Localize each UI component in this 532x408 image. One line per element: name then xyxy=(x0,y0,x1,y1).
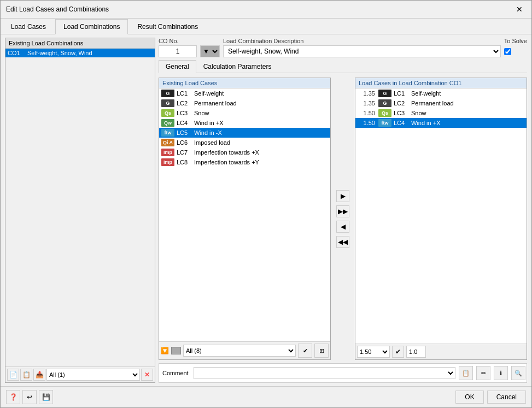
lc-badge: Imp xyxy=(161,158,174,166)
tabs-bar: Load Cases Load Combinations Result Comb… xyxy=(1,19,531,34)
co-no-group: CO No. xyxy=(159,38,197,57)
lc-id: LC2 xyxy=(394,100,409,107)
tab-result-combinations[interactable]: Result Combinations xyxy=(129,19,206,34)
comment-edit-button[interactable]: ✏ xyxy=(476,366,490,380)
lc-id: LC7 xyxy=(177,149,192,156)
comment-info-button[interactable]: ℹ xyxy=(494,366,508,380)
title-bar: Edit Load Cases and Combinations ✕ xyxy=(1,1,531,19)
existing-case-row[interactable]: Qs LC3 Snow xyxy=(159,108,330,118)
existing-case-row[interactable]: Imp LC8 Imperfection towards +Y xyxy=(159,157,330,167)
cancel-button[interactable]: Cancel xyxy=(487,391,526,404)
lc-id: LC6 xyxy=(177,139,192,146)
existing-case-row[interactable]: G LC2 Permanent load xyxy=(159,98,330,108)
comment-label: Comment xyxy=(160,370,190,376)
combo-filter-select[interactable]: All (1) xyxy=(46,369,140,381)
lc-name: Wind in -X xyxy=(194,129,222,136)
lc-badge: G xyxy=(378,99,391,107)
undo-button[interactable]: ↩ xyxy=(22,390,37,404)
to-solve-group: To Solve xyxy=(504,38,527,57)
multiplier-select[interactable]: 1.50 1.35 1.00 0.75 xyxy=(357,346,390,358)
existing-cases-panel: Existing Load Cases G LC1 Self-weight G … xyxy=(159,78,331,360)
factor: 1.35 xyxy=(358,90,375,97)
comment-icon-button[interactable]: 📋 xyxy=(459,366,473,380)
main-content: Existing Load Combinations CO1 Self-weig… xyxy=(1,34,531,386)
arrows-column: ▶ ▶▶ ◀ ◀◀ xyxy=(334,78,352,360)
co-case-row[interactable]: 1.35 G LC2 Permanent load xyxy=(355,98,527,108)
lc-badge: Qs xyxy=(161,109,174,117)
lc-name: Imperfection towards +Y xyxy=(194,159,259,165)
to-solve-checkbox-row xyxy=(504,45,527,57)
co-no-input[interactable] xyxy=(159,45,197,57)
comment-row: Comment 📋 ✏ ℹ 🔍 xyxy=(159,363,527,383)
combo-list: CO1 Self-weight, Snow, Wind xyxy=(5,49,155,366)
inner-tab-general[interactable]: General xyxy=(159,60,196,73)
lc-name: Self-weight xyxy=(194,90,224,97)
lc-id: LC2 xyxy=(177,100,192,107)
lc-badge: ftw xyxy=(378,119,391,127)
save-button[interactable]: 💾 xyxy=(39,390,53,404)
apply-filter-button[interactable]: ✔ xyxy=(298,344,312,358)
combo-row[interactable]: CO1 Self-weight, Snow, Wind xyxy=(5,49,155,57)
combo-desc: Self-weight, Snow, Wind xyxy=(27,50,92,56)
desc-label: Load Combination Description xyxy=(223,38,501,44)
co-cases-header: Load Cases in Load Combination CO1 xyxy=(355,78,527,88)
panels-row: Existing Load Cases G LC1 Self-weight G … xyxy=(159,78,527,360)
desc-select[interactable]: Self-weight, Snow, Wind xyxy=(223,45,501,57)
dialog: Edit Load Cases and Combinations ✕ Load … xyxy=(0,0,532,408)
tab-load-cases[interactable]: Load Cases xyxy=(3,19,54,34)
factor-input[interactable] xyxy=(406,346,426,358)
tab-load-combinations[interactable]: Load Combinations xyxy=(55,19,128,34)
lc-badge: Qi A xyxy=(161,139,174,146)
lc-badge: Qs xyxy=(378,109,391,117)
add-all-button[interactable]: ▶▶ xyxy=(336,205,349,217)
remove-all-button[interactable]: ◀◀ xyxy=(336,236,349,248)
co-case-row[interactable]: 1.50 ftw LC4 Wind in +X xyxy=(355,118,527,128)
comment-select[interactable] xyxy=(194,367,455,379)
all-cases-select[interactable]: All (8) xyxy=(183,345,296,357)
co-case-row[interactable]: 1.50 Qs LC3 Snow xyxy=(355,108,527,118)
ok-button[interactable]: OK xyxy=(455,391,483,404)
apply-multiplier-button[interactable]: ✔ xyxy=(392,346,404,358)
existing-case-row[interactable]: G LC1 Self-weight xyxy=(159,88,330,98)
close-button[interactable]: ✕ xyxy=(513,4,526,15)
combo-id: CO1 xyxy=(8,50,24,56)
existing-case-row[interactable]: ftw LC5 Wind in -X xyxy=(159,128,330,138)
existing-case-row[interactable]: Qw LC4 Wind in +X xyxy=(159,118,330,128)
lc-id: LC5 xyxy=(177,129,192,136)
comment-search-button[interactable]: 🔍 xyxy=(511,366,525,380)
lc-badge: Imp xyxy=(161,149,174,156)
add-combo-button[interactable]: 📄 xyxy=(7,369,19,381)
lc-name: Permanent load xyxy=(411,100,454,107)
existing-case-row[interactable]: Qi A LC6 Imposed load xyxy=(159,138,330,147)
lc-name: Imposed load xyxy=(194,139,230,146)
remove-one-button[interactable]: ◀ xyxy=(336,221,349,233)
footer-left: ❓ ↩ 💾 xyxy=(6,390,53,404)
clear-filter-button[interactable]: ⊞ xyxy=(314,344,329,358)
existing-cases-list: G LC1 Self-weight G LC2 Permanent load xyxy=(159,88,330,341)
import-combo-button[interactable]: 📥 xyxy=(33,369,45,381)
delete-combo-button[interactable]: ✕ xyxy=(141,369,153,381)
co-case-row[interactable]: 1.35 G LC1 Self-weight xyxy=(355,88,527,98)
inner-tab-calc-params[interactable]: Calculation Parameters xyxy=(196,60,279,73)
to-solve-checkbox[interactable] xyxy=(504,48,511,55)
add-one-button[interactable]: ▶ xyxy=(336,190,349,202)
existing-case-row[interactable]: Imp LC7 Imperfection towards +X xyxy=(159,147,330,157)
help-button[interactable]: ❓ xyxy=(6,390,20,404)
lc-id: LC1 xyxy=(394,90,409,97)
lc-id: LC4 xyxy=(177,120,192,126)
lc-badge: ftw xyxy=(161,129,174,137)
copy-combo-button[interactable]: 📋 xyxy=(20,369,32,381)
right-panel: CO No. ▼ Load Combination Description Se… xyxy=(159,38,527,383)
lc-name: Wind in +X xyxy=(411,120,441,126)
desc-group: Load Combination Description Self-weight… xyxy=(223,38,501,57)
footer-right: OK Cancel xyxy=(455,391,526,404)
to-solve-label: To Solve xyxy=(504,38,527,44)
lc-id: LC3 xyxy=(177,110,192,116)
filter-icon: 🔽 xyxy=(161,347,169,354)
lc-badge: G xyxy=(378,90,391,97)
filter-color-swatch xyxy=(171,347,181,354)
color-select[interactable]: ▼ xyxy=(201,45,219,57)
lc-name: Self-weight xyxy=(411,90,441,97)
lc-name: Snow xyxy=(194,110,209,116)
co-no-label: CO No. xyxy=(159,38,197,44)
